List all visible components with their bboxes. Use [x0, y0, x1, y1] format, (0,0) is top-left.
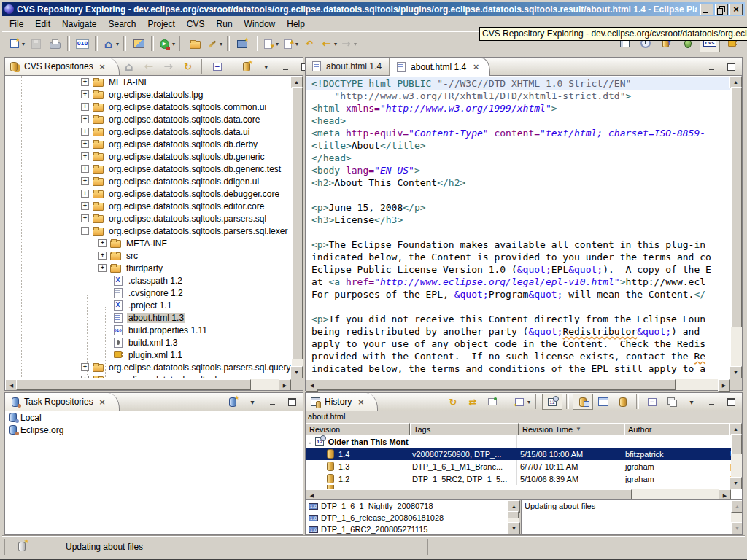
mode-revisions-button[interactable]	[573, 394, 593, 410]
tab-history[interactable]: History	[306, 393, 378, 411]
editor-tab-1[interactable]: about.html 1.4	[390, 58, 490, 76]
expand-icon[interactable]: +	[98, 252, 107, 260]
menu-navigate[interactable]: Navigate	[56, 18, 102, 31]
tree-item[interactable]: +org.eclipse.datatools.sqltools.data.cor…	[5, 113, 291, 125]
minimize-button[interactable]	[702, 394, 721, 409]
column-header-tags[interactable]: Tags	[410, 423, 519, 435]
editor-vertical-scrollbar[interactable]	[731, 76, 742, 378]
next-annotation-button[interactable]: ▾	[260, 35, 280, 52]
save-button[interactable]	[26, 35, 45, 52]
add-repository-blue-button[interactable]	[223, 394, 242, 409]
expand-icon[interactable]: +	[81, 165, 89, 173]
home-button[interactable]	[120, 59, 139, 74]
maximize-button[interactable]	[721, 394, 740, 409]
prev-annotation-button[interactable]: ▾	[280, 35, 300, 52]
tag-item[interactable]: DTP_1_6_1_Nightly_20080718	[306, 500, 508, 512]
mode-cylinder-button[interactable]	[614, 394, 632, 409]
tree-item[interactable]: +org.eclipse.datatools.sqltools.common.u…	[5, 101, 291, 113]
title-bar[interactable]: CVS Repository Exploring - dev.eclipse.o…	[2, 2, 745, 16]
expand-icon[interactable]: +	[81, 376, 89, 378]
history-row[interactable]: 1.2DTP_1_5RC2, DTP_1_5...5/10/06 8:39 AM…	[306, 472, 731, 485]
cvs-commit-button[interactable]	[233, 35, 252, 52]
tab-cvs-repositories[interactable]: CVS Repositories	[5, 58, 120, 75]
maximize-button[interactable]	[282, 394, 301, 409]
view-menu-button[interactable]	[257, 59, 276, 74]
menu-window[interactable]: Window	[239, 18, 282, 31]
restore-window-button[interactable]	[715, 4, 728, 15]
chevron-down-icon[interactable]: ▾	[116, 41, 119, 47]
refresh-button[interactable]	[444, 394, 462, 409]
tree-item[interactable]: +src	[5, 249, 291, 262]
expand-icon[interactable]: +	[81, 214, 89, 222]
tree-item[interactable]: +org.eclipse.datatools.sqltools.editor.c…	[5, 200, 291, 212]
tree-item[interactable]: plugin.xml 1.1	[5, 349, 291, 361]
view-menu-button[interactable]	[682, 394, 701, 409]
tag-item[interactable]: DTP_1_6_release_200806181028	[306, 512, 508, 524]
tree-item[interactable]: +org.eclipse.datatools.sqltools.db.gener…	[5, 163, 291, 175]
print-button[interactable]	[45, 35, 64, 52]
minimize-button[interactable]	[263, 394, 282, 409]
task-repository-item[interactable]: Local	[5, 411, 303, 424]
tree-item[interactable]: +thirdparty	[5, 262, 291, 274]
expand-icon[interactable]: +	[81, 78, 89, 86]
last-edit-button[interactable]	[300, 35, 319, 52]
chevron-down-icon[interactable]: ▾	[22, 41, 25, 47]
expand-icon[interactable]: +	[81, 140, 89, 148]
tree-item[interactable]: .project 1.1	[5, 299, 291, 311]
expand-icon[interactable]: +	[81, 202, 89, 210]
forward-button[interactable]: ▾	[338, 35, 358, 52]
tree-item[interactable]: +org.eclipse.datatools.sqltools.parsers.…	[5, 212, 291, 225]
collapse-all-button[interactable]	[643, 394, 662, 409]
chevron-down-icon[interactable]: ▾	[220, 41, 222, 47]
view-menu-button[interactable]	[243, 394, 262, 409]
editor-horizontal-scrollbar[interactable]	[306, 379, 730, 390]
link-editor-button[interactable]	[662, 394, 681, 409]
tree-item[interactable]: about.html 1.3	[5, 311, 291, 324]
binary-button[interactable]	[73, 35, 92, 52]
comment-scrollbar[interactable]	[731, 500, 742, 534]
close-icon[interactable]	[96, 396, 109, 408]
column-header-revision-time[interactable]: Revision Time▼	[519, 423, 624, 435]
maximize-button[interactable]	[721, 59, 740, 74]
tree-item[interactable]: +org.eclipse.datatools.sqltools.data.ui	[5, 125, 291, 138]
back-button[interactable]	[139, 59, 158, 74]
tags-scrollbar[interactable]	[508, 500, 519, 534]
chevron-down-icon[interactable]: ▾	[172, 41, 175, 47]
tree-item[interactable]: +org.eclipse.datatools.sqltools.parsers.…	[5, 361, 291, 373]
menu-run[interactable]: Run	[211, 18, 239, 31]
minimize-button[interactable]	[276, 59, 295, 74]
history-row[interactable]: 1.4v200807250900, DTP_...5/15/08 10:00 A…	[306, 448, 731, 460]
tree-item[interactable]: +org.eclipse.datatools.lpg	[5, 88, 291, 101]
link-refresh-button[interactable]	[463, 394, 482, 409]
run-button[interactable]: ▾	[157, 35, 177, 52]
history-vertical-scrollbar[interactable]	[731, 423, 742, 489]
close-icon[interactable]	[355, 396, 367, 408]
tree-item[interactable]: build.properties 1.11	[5, 324, 291, 336]
tree-vertical-scrollbar[interactable]	[292, 76, 303, 378]
task-repository-item[interactable]: Eclipse.org	[5, 424, 303, 436]
collapse-icon[interactable]: -	[81, 227, 89, 235]
tree-item[interactable]: build.xml 1.3	[5, 336, 291, 349]
home-button[interactable]: ▾	[101, 35, 120, 52]
menu-help[interactable]: Help	[281, 18, 311, 31]
mode-table-button[interactable]	[594, 394, 613, 409]
expand-icon[interactable]: +	[81, 115, 89, 123]
menu-search[interactable]: Search	[102, 18, 142, 31]
minimize-window-button[interactable]	[700, 4, 713, 15]
menu-cvs[interactable]: CVS	[181, 18, 211, 31]
tree-horizontal-scrollbar[interactable]	[5, 379, 291, 390]
expand-icon[interactable]: +	[81, 103, 89, 111]
expand-icon[interactable]: +	[81, 177, 89, 185]
chevron-down-icon[interactable]: ▾	[354, 41, 357, 47]
close-icon[interactable]	[470, 61, 482, 73]
expand-icon[interactable]: +	[81, 363, 89, 371]
expand-icon[interactable]: +	[98, 264, 107, 272]
collapse-all-button[interactable]	[208, 59, 227, 74]
expand-icon[interactable]: +	[81, 90, 89, 98]
column-header-revision[interactable]: Revision	[306, 423, 410, 435]
close-icon[interactable]	[96, 61, 109, 73]
tree-item[interactable]: +META-INF	[5, 76, 291, 88]
compare-mode-button[interactable]: ▾	[512, 394, 532, 409]
open-folder-button[interactable]	[185, 35, 204, 52]
chevron-down-icon[interactable]: ▾	[295, 41, 298, 47]
